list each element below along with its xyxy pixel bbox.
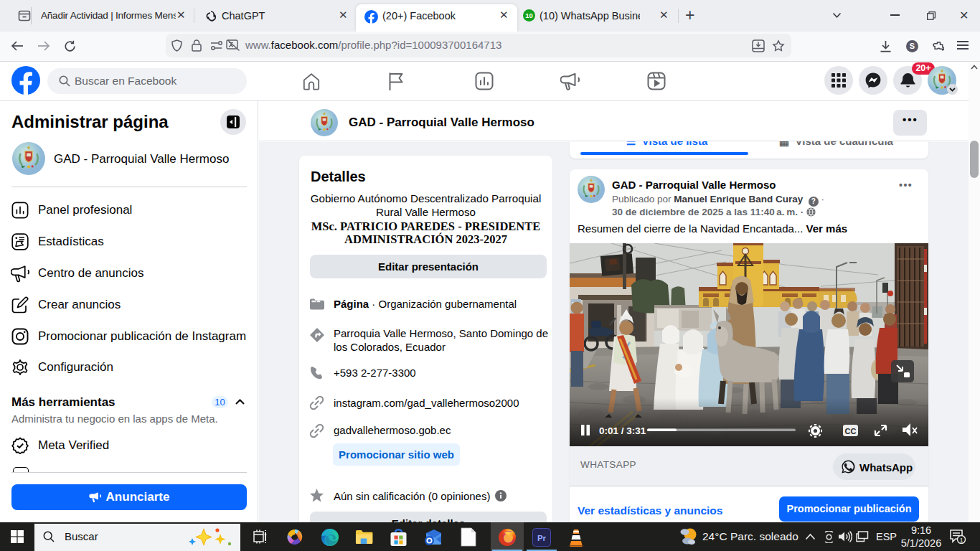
svg-text:S: S bbox=[910, 42, 915, 50]
svg-text:1: 1 bbox=[960, 537, 963, 544]
svg-text:CC: CC bbox=[845, 427, 857, 435]
svg-text:10: 10 bbox=[525, 11, 533, 19]
svg-text:Pr: Pr bbox=[537, 534, 547, 542]
